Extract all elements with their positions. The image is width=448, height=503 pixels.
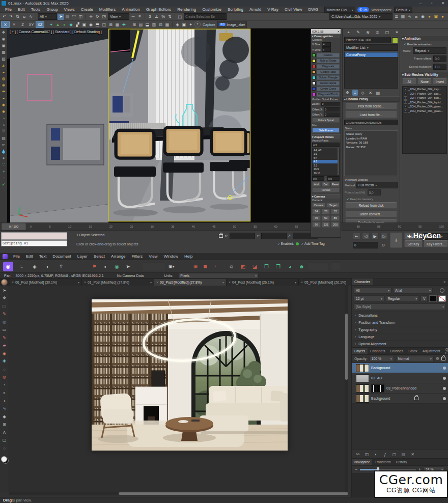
max-menu-item[interactable]: Rendering [174, 7, 199, 12]
marquee-tool-icon[interactable]: ▭ [1, 327, 8, 333]
window-crossing-icon[interactable]: ◫ [77, 14, 84, 20]
layers-panel-tab[interactable]: Channels [368, 348, 388, 354]
max-menu-item[interactable]: Group [43, 7, 61, 12]
layer-row[interactable]: 03_Post-enhanced [352, 383, 448, 394]
zoom-tool-icon[interactable]: ◌ [1, 445, 8, 451]
next-frame-icon[interactable]: ▷ [380, 233, 388, 240]
sub-mesh-item[interactable]: _3DH_Pitcher_004_bott... [408, 96, 441, 99]
snapshot-icon[interactable]: ▣ [192, 263, 199, 270]
layer-row[interactable]: 03_AO [352, 373, 448, 383]
aspect-ratio-option[interactable]: 5:4 [313, 156, 339, 160]
gray-sphere-icon[interactable]: ● [1, 155, 7, 160]
safe-frame-button[interactable]: Safe Frame [312, 128, 340, 133]
canvas[interactable] [9, 286, 348, 492]
liquify-persona-icon[interactable]: ≈ [16, 262, 26, 271]
axis-constraint-button[interactable]: X [1, 21, 10, 28]
mask-icon[interactable]: ◐ [102, 263, 109, 270]
tree-icon[interactable]: ● [61, 21, 68, 27]
snapshot-dropdown-icon[interactable]: ▣▾ [167, 263, 176, 270]
enable-animation-checkbox[interactable]: Enable animation [401, 41, 448, 47]
pointer-icon[interactable]: ➤ [124, 263, 132, 270]
layer-name[interactable]: 03_Post-enhanced [386, 386, 416, 390]
spot-light-icon[interactable]: ◭ [1, 63, 7, 68]
select-and-rotate-icon[interactable]: ⟳ [94, 14, 101, 20]
move-tool-icon[interactable]: ➤ [1, 287, 8, 293]
camera-button[interactable]: Camera [312, 203, 325, 208]
speed-multiplier-field[interactable]: 1,0 [433, 64, 446, 70]
layer-effects-icon[interactable]: ƒ [382, 451, 388, 457]
variable-font-toggle[interactable]: V [421, 295, 428, 302]
load-from-file-button[interactable]: Load from file... [345, 111, 397, 118]
max-menu-item[interactable]: Customize [199, 7, 225, 12]
guide-button[interactable]: Diagonals [317, 64, 340, 69]
photo-menu-item[interactable]: Filters [129, 254, 146, 259]
disc-light-icon[interactable]: ◍ [1, 76, 7, 81]
color-dots-icon[interactable]: ∵ [1, 162, 7, 167]
guide-button[interactable]: Center Cross [317, 87, 340, 92]
unlink-selection-icon[interactable]: ⧅ [21, 14, 27, 20]
utilities-tab-icon[interactable]: ✶ [394, 29, 400, 35]
tab-character[interactable]: Character [352, 278, 373, 285]
reference-coordinate-dropdown[interactable]: View [108, 13, 129, 20]
render-production-icon[interactable]: ● [439, 14, 446, 20]
modifier-list-dropdown[interactable]: Modifier List [344, 44, 398, 51]
guide-button[interactable]: Golden Triangle [317, 75, 340, 80]
select-layer-icon[interactable]: ◪ [251, 263, 259, 270]
scene-script-icon[interactable]: ✦ [48, 21, 54, 27]
vertical-scrollbar[interactable] [345, 286, 348, 492]
set-key-button[interactable]: Set Key [404, 240, 423, 247]
guide-button[interactable]: Diagonals/Thirds [317, 92, 340, 97]
table-icon[interactable]: ▤ [137, 21, 144, 27]
document-tab[interactable]: 04_Post [Modified] (26.1%) [227, 279, 299, 286]
layer-name[interactable]: Background [371, 366, 390, 370]
animation-rollout[interactable]: Animation [401, 36, 448, 41]
maximize-button[interactable]: ▫ [427, 0, 437, 6]
close-button[interactable]: ✕ [438, 0, 448, 6]
selection-filter-dropdown[interactable]: All [38, 13, 57, 20]
help-icon[interactable]: ? [194, 21, 201, 27]
zoom-out-icon[interactable]: − [355, 467, 357, 472]
healing-brush-tool-icon[interactable]: ✚ [1, 358, 8, 365]
auto-correct-flag-icon[interactable]: ⚑ [91, 263, 98, 270]
array-icon[interactable]: ▦ [114, 21, 121, 27]
assistant-icon[interactable]: ☻ [298, 263, 305, 270]
layers-panel-tab[interactable]: Adjustment [420, 348, 443, 354]
portrait-button[interactable]: Portrait [312, 187, 340, 192]
emoji-icon[interactable]: ☺ [228, 263, 235, 270]
camera-tool-icon[interactable]: ◫ [101, 21, 107, 27]
max-menu-item[interactable]: Edit [15, 7, 28, 12]
layer-mask-thumbnail[interactable] [371, 384, 384, 393]
layers-panel-tab[interactable]: Layers [352, 348, 368, 354]
layer-thumbnail[interactable] [356, 364, 369, 372]
batch-convert-button[interactable]: Batch convert... [345, 211, 397, 217]
grid-view-icon[interactable]: ▦ [1, 49, 7, 54]
lens-preset-button[interactable]: 45 [312, 215, 321, 221]
adjustment-layer-icon[interactable]: ◐ [373, 451, 379, 457]
photo-menu-item[interactable]: Window [161, 254, 181, 259]
layer-visibility-icon[interactable] [443, 387, 446, 390]
sun-light-icon[interactable]: ✺ [1, 102, 7, 107]
photo-menu-item[interactable]: Select [91, 254, 108, 259]
font-size-field[interactable]: 12 pt [354, 295, 384, 302]
guide-button[interactable]: Rule of Thirds [317, 59, 340, 64]
zoom-field[interactable]: 0 [321, 102, 340, 106]
material-tool-icon[interactable]: ◈ [174, 21, 181, 27]
snap-grid-icon[interactable]: ❐ [274, 263, 282, 270]
sub-mesh-item[interactable]: _3DH_Pitcher_004_liquid... [408, 101, 443, 104]
snaps-toggle-icon[interactable]: 3 [147, 14, 153, 20]
axis-constraint-button[interactable]: XY [27, 21, 36, 28]
max-menu-item[interactable]: Views [61, 7, 78, 12]
font-favorite-icon[interactable] [440, 288, 444, 293]
panel-menu-icon[interactable]: ≡ [443, 280, 448, 284]
world-icon[interactable]: ◔ [1, 116, 7, 121]
color-wells[interactable] [1, 456, 8, 463]
layers-panel-tab[interactable]: Stock [406, 348, 420, 354]
angle-snap-icon[interactable]: ∠ [153, 14, 160, 20]
layer-name[interactable]: 03_AO [371, 376, 382, 380]
photo-menu-item[interactable]: Help [181, 254, 195, 259]
selection-set-input[interactable] [184, 13, 227, 20]
aspect-ratios-header[interactable]: Aspect Ratios [311, 134, 341, 139]
character-section[interactable]: Language [352, 333, 448, 340]
gear-light-icon[interactable]: ❋ [1, 82, 7, 88]
orbit-icon[interactable]: ◉ [1, 36, 7, 41]
